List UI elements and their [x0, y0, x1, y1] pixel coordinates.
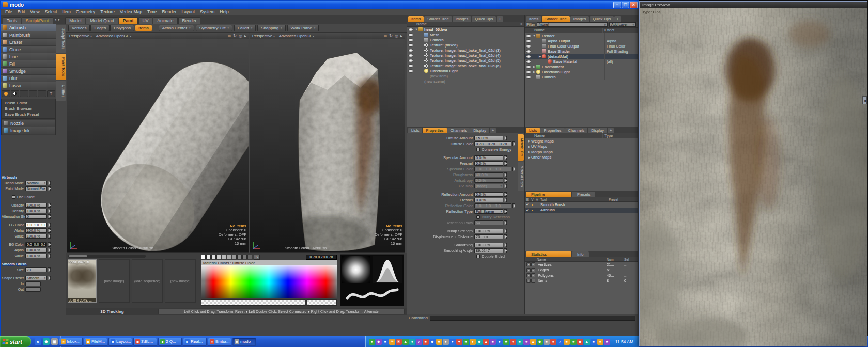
visibility-eye-icon[interactable]	[409, 49, 413, 52]
panel-tab[interactable]: Properties	[423, 128, 446, 133]
statistics-row[interactable]: + − Polygons 40... ...	[525, 273, 638, 278]
tray-icon[interactable]: ●	[470, 339, 476, 345]
pan-icon[interactable]: ⊕	[384, 34, 388, 38]
pipeline-tab[interactable]: Pipeline	[526, 192, 571, 197]
value-field[interactable]: 1.0 1.0 1.0▾	[25, 223, 47, 227]
panel-tab[interactable]: Shader Tree	[542, 16, 569, 22]
task-button[interactable]: ■ Layou...	[109, 338, 132, 346]
visibility-eye-icon[interactable]	[409, 54, 413, 57]
item-row[interactable]: Mesh	[407, 32, 524, 37]
spinner[interactable]	[48, 223, 51, 227]
brush-link[interactable]: Brush Browser	[2, 106, 55, 112]
visibility-eye-icon[interactable]	[409, 44, 413, 46]
tool-category-tab[interactable]: Paint Tools	[56, 54, 66, 80]
vertex-map-row[interactable]: ▶ UV Maps	[525, 144, 638, 150]
tray-icon[interactable]: ●	[443, 339, 449, 345]
shader-tree-row[interactable]: ▶ (defaultMat)	[525, 54, 638, 59]
expander-icon[interactable]: ▶	[532, 70, 536, 73]
spinner[interactable]	[504, 243, 507, 247]
visibility-eye-icon[interactable]	[409, 65, 413, 67]
material-subtab[interactable]: Material Trans	[518, 162, 524, 191]
info-tab[interactable]: Info	[572, 251, 589, 257]
tray-icon[interactable]: ■	[591, 339, 597, 345]
tray-icon[interactable]: ♪	[416, 339, 422, 345]
command-input[interactable]	[430, 316, 636, 321]
vertex-map-row[interactable]: ▶ Morph Maps	[525, 149, 638, 155]
checkbox[interactable]	[476, 255, 480, 258]
tray-icon[interactable]: ▲	[483, 339, 489, 345]
value-field[interactable]: 0.0 %▾	[474, 155, 503, 160]
value-field[interactable]: 100.0 %▾	[474, 229, 503, 233]
vertex-map-row[interactable]: ▶ Weight Maps	[525, 138, 638, 144]
panel-tab[interactable]: Quick Tips	[590, 16, 614, 22]
tab-scroll-right-icon[interactable]: ▸	[57, 18, 61, 22]
value-field[interactable]: 0.0 0.0 0.0▾	[25, 242, 47, 247]
visibility-eye-icon[interactable]	[526, 40, 531, 42]
menu-item[interactable]: Select	[42, 9, 60, 14]
value-field[interactable]: ▾	[25, 287, 41, 292]
spinner[interactable]	[48, 276, 51, 280]
value-field[interactable]: 0.0 %▾	[474, 198, 503, 202]
material-subtab[interactable]: Material Ref	[518, 134, 524, 161]
expand-icon[interactable]: ▸	[244, 34, 246, 38]
panel-tab[interactable]: Lists	[526, 128, 540, 133]
spinner[interactable]	[504, 220, 507, 225]
tray-icon[interactable]: ♪	[557, 339, 563, 345]
pipeline-row[interactable]: ✓ • Smooth Brush	[525, 202, 638, 208]
tray-icon[interactable]: ◆	[577, 339, 583, 345]
tray-icon[interactable]: ■	[564, 339, 570, 345]
spinner[interactable]	[512, 167, 515, 171]
view-type-dropdown[interactable]: Perspective▾	[69, 34, 92, 38]
value-marker[interactable]	[305, 299, 307, 306]
clip-thumbnail[interactable]: head_bake_fi 2048 x 2048, ...	[68, 259, 97, 303]
menu-item[interactable]: View	[27, 9, 42, 14]
item-row[interactable]: Texture: Image: head_bake_final_02d (4)	[407, 53, 524, 58]
spinner[interactable]	[48, 254, 51, 258]
visibility-eye-icon[interactable]	[526, 66, 531, 68]
value-field[interactable]: ▾	[25, 281, 41, 286]
collapse-minus-button[interactable]: −	[531, 268, 535, 272]
panel-tab[interactable]: +	[490, 128, 496, 133]
spinner[interactable]	[504, 172, 507, 177]
expand-plus-button[interactable]: +	[526, 268, 531, 272]
visibility-eye-icon[interactable]	[526, 71, 531, 73]
shader-tree-row[interactable]: ▼ Render	[525, 33, 638, 38]
tray-icon[interactable]: ♥	[456, 339, 462, 345]
toolbar-dropdown[interactable]: Falloff▾	[234, 25, 256, 31]
tray-icon[interactable]: ★	[604, 339, 610, 345]
filter-dropdown[interactable]: (none)▾	[537, 22, 608, 27]
viewport-canvas[interactable]: Smooth Brush : Airbrush No Items Channel…	[67, 39, 249, 252]
renderer-dropdown[interactable]: Advanced OpenGL▾	[96, 34, 131, 38]
spinner[interactable]	[48, 228, 51, 233]
enable-check[interactable]: ✓	[525, 202, 530, 207]
paint-tool[interactable]: Blur	[1, 75, 56, 82]
toolbar-dropdown[interactable]: Symmetry: Off▾	[196, 25, 233, 31]
spinner[interactable]	[48, 248, 51, 253]
tab-scroll-left-icon[interactable]: ◂	[53, 18, 57, 22]
visibility-eye-icon[interactable]	[526, 55, 531, 58]
panel-tab[interactable]: Quick Tips	[472, 16, 496, 22]
value-field[interactable]: 100.0 %▾	[25, 254, 47, 258]
workspace-tab[interactable]: Tools	[3, 17, 21, 24]
item-row[interactable]: Texture: Image: head_bake_final_02d (3)	[407, 48, 524, 53]
value-field[interactable]: 40.0 %▾	[474, 172, 503, 177]
visibility-eye-icon[interactable]	[526, 60, 531, 63]
gray-swatch[interactable]	[242, 255, 247, 259]
presets-tab[interactable]: Presets	[572, 192, 595, 197]
spinner[interactable]	[504, 198, 507, 202]
expand-icon[interactable]: ▸	[400, 34, 402, 38]
value-field[interactable]: 100.0 %▾	[25, 209, 47, 213]
taskbar-clock[interactable]: 11:54 AM	[613, 339, 636, 344]
tray-icon[interactable]: ☀	[389, 339, 395, 345]
task-button[interactable]: ◆ 2 Q...	[158, 338, 182, 346]
tray-icon[interactable]: ▲	[530, 339, 536, 345]
spinner[interactable]	[504, 155, 507, 160]
tray-icon[interactable]: ●	[409, 339, 415, 345]
spinner[interactable]	[48, 234, 51, 239]
item-row[interactable]: (new item)	[407, 73, 524, 78]
visibility-eye-icon[interactable]	[409, 59, 413, 62]
item-row[interactable]: Texture: Image: head_bake_final_02d (6)	[407, 63, 524, 68]
value-field[interactable]: 0.0 %▾	[474, 192, 503, 197]
statistics-row[interactable]: + − Vertices 21... ...	[525, 262, 638, 267]
rotate-icon[interactable]: ↻	[233, 34, 237, 38]
